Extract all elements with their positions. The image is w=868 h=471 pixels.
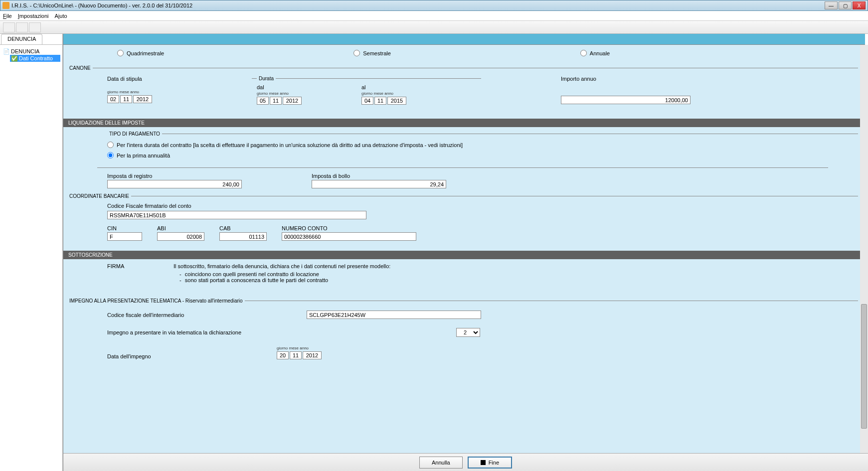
menu-impostazioni[interactable]: Impostazioni (18, 13, 49, 19)
fieldset-durata: Durata dal giorno mese anno (252, 76, 481, 108)
form-content: Quadrimestrale Semestrale Annuale CANONE… (63, 45, 868, 453)
input-cf-intermediario[interactable] (307, 311, 481, 319)
input-dal[interactable] (257, 97, 302, 105)
input-cf-firmatario[interactable] (107, 211, 366, 219)
section-liquidazione: LIQUIDAZIONE DELLE IMPOSTE (63, 119, 862, 127)
lbl-gma-2: giorno mese anno (257, 91, 302, 96)
legend-canone: CANONE (67, 65, 93, 71)
tree-child-label: Dati Contratto (19, 55, 53, 61)
lbl-imposta-registro: Imposta di registro (107, 173, 242, 179)
radio-semestrale[interactable]: Semestrale (353, 50, 391, 56)
footer: Annulla Fine (63, 453, 868, 471)
lbl-cf-firmatario: Codice Fiscale firmatario del conto (107, 203, 858, 209)
legend-tipo-pagamento: TIPO DI PAGAMENTO (107, 131, 162, 137)
lbl-impegno-presentare: Impegno a presentare in via telematica l… (107, 329, 456, 335)
input-data-stipula[interactable] (107, 95, 242, 103)
lbl-gma-4: giorno mese anno (277, 346, 322, 350)
lbl-cab: CAB (219, 225, 267, 231)
input-al[interactable] (361, 97, 406, 105)
menubar: File Impostazioni Aiuto (0, 11, 868, 21)
tool-btn-3[interactable] (29, 22, 41, 32)
lbl-firma: FIRMA (107, 263, 172, 269)
radio-annuale[interactable]: Annuale (580, 50, 610, 56)
content-header-stripe (63, 34, 865, 45)
fine-button[interactable]: Fine (468, 457, 512, 469)
input-data-impegno[interactable] (277, 351, 322, 359)
tree: 📄 DENUNCIA ✅ Dati Contratto (0, 45, 62, 65)
radio-quadrimestrale[interactable]: Quadrimestrale (117, 50, 164, 56)
lbl-cf-intermediario: Codice fiscale dell'intermediario (107, 312, 307, 318)
section-sottoscrizione: SOTTOSCRIZIONE (63, 251, 862, 259)
minimize-button[interactable]: — (825, 1, 838, 9)
input-cin[interactable] (107, 232, 142, 241)
legend-coordinate: COORDINATE BANCARIE (67, 193, 131, 199)
doc-icon: 📄 (3, 48, 9, 54)
titlebar: I.R.I.S. - C:\UnicoOnLine\ - (Nuovo Docu… (0, 0, 868, 11)
lbl-imposta-bollo: Imposta di bollo (312, 173, 446, 179)
fieldset-impegno: IMPEGNO ALLA PRESENTAZIONE TELEMATICA - … (67, 298, 858, 363)
tree-child-dati-contratto[interactable]: ✅ Dati Contratto (10, 55, 60, 62)
vertical-scrollbar[interactable] (860, 45, 868, 453)
maximize-button[interactable]: ▢ (839, 1, 852, 9)
select-impegno[interactable]: 2 (456, 328, 480, 337)
input-numero-conto[interactable] (282, 232, 416, 241)
periodicita-row: Quadrimestrale Semestrale Annuale (67, 45, 858, 61)
stop-icon (481, 460, 486, 465)
window-title: I.R.I.S. - C:\UnicoOnLine\ - (Nuovo Docu… (11, 2, 825, 8)
lbl-abi: ABI (157, 225, 204, 231)
lbl-gma-3: giorno mese anno (361, 91, 406, 96)
annulla-button[interactable]: Annulla (419, 457, 463, 469)
radio-prima-annualita[interactable]: Per la prima annualità (107, 150, 858, 160)
lbl-data-stipula: Data di stipula (107, 76, 242, 82)
lbl-dal: dal (257, 84, 302, 90)
lbl-importo-annuo: Importo annuo (561, 76, 691, 82)
app-icon (2, 2, 9, 9)
close-button[interactable]: X (853, 1, 866, 9)
fieldset-coordinate-bancarie: COORDINATE BANCARIE Codice Fiscale firma… (67, 193, 858, 245)
lbl-cin: CIN (107, 225, 142, 231)
menu-file[interactable]: File (3, 13, 12, 19)
scroll-thumb[interactable] (861, 304, 867, 429)
tree-root-label: DENUNCIA (11, 48, 39, 54)
input-imposta-registro[interactable] (107, 180, 242, 188)
lbl-data-impegno: Data dell'impegno (107, 353, 277, 359)
doc-check-icon: ✅ (11, 55, 17, 61)
toolbar (0, 21, 868, 34)
legend-durata: Durata (257, 76, 276, 81)
legend-impegno: IMPEGNO ALLA PRESENTAZIONE TELEMATICA - … (67, 298, 245, 304)
lbl-gma-1: giorno mese anno (107, 90, 242, 94)
lbl-al: al (361, 84, 406, 90)
input-imposta-bollo[interactable] (312, 180, 446, 188)
fieldset-canone: CANONE Data di stipula giorno mese anno … (67, 65, 858, 113)
sidebar: DENUNCIA 📄 DENUNCIA ✅ Dati Contratto (0, 34, 63, 471)
menu-aiuto[interactable]: Aiuto (55, 13, 67, 19)
radio-intera-durata[interactable]: Per l'intera durata del contratto [la sc… (107, 140, 858, 150)
fieldset-tipo-pagamento: TIPO DI PAGAMENTO Per l'intera durata de… (107, 131, 858, 163)
tool-btn-1[interactable] (3, 22, 15, 32)
tool-btn-2[interactable] (16, 22, 28, 32)
input-abi[interactable] (157, 232, 204, 241)
sidebar-tab-denuncia[interactable]: DENUNCIA (1, 34, 42, 44)
input-cab[interactable] (219, 232, 267, 241)
tree-root[interactable]: 📄 DENUNCIA (2, 48, 60, 55)
lbl-numero-conto: NUMERO CONTO (282, 225, 416, 231)
firma-text: Il sottoscritto, firmatario della denunc… (174, 263, 390, 283)
input-importo-annuo[interactable] (561, 96, 691, 104)
